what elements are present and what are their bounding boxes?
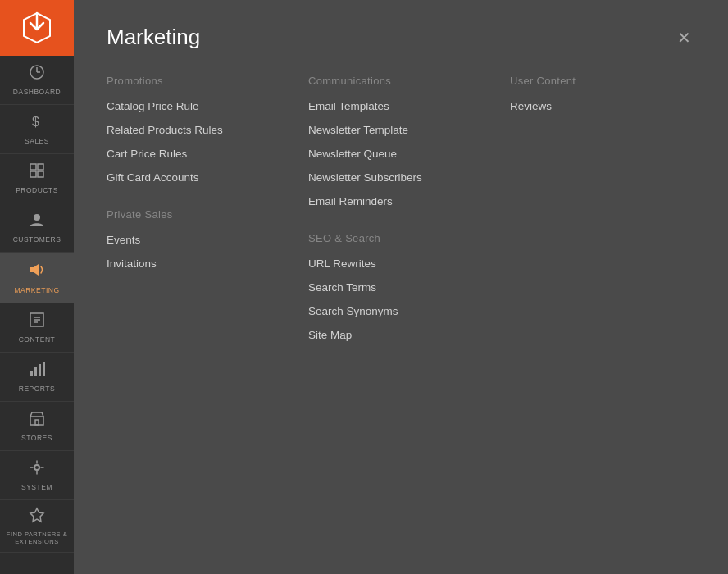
- svg-point-8: [34, 214, 40, 221]
- content-icon: [29, 312, 45, 332]
- search-synonyms-link[interactable]: Search Synonyms: [308, 305, 494, 317]
- newsletter-template-link[interactable]: Newsletter Template: [308, 124, 494, 136]
- sidebar-item-label: MARKETING: [14, 286, 59, 294]
- section-promotions: Promotions Catalog Price Rule Related Pr…: [107, 75, 292, 184]
- sidebar-item-marketing[interactable]: MARKETING: [0, 253, 74, 303]
- sidebar-item-label: CUSTOMERS: [13, 235, 61, 244]
- email-reminders-link[interactable]: Email Reminders: [308, 195, 494, 207]
- svg-rect-15: [39, 364, 41, 376]
- page-title: Marketing: [107, 25, 200, 50]
- svg-rect-5: [38, 164, 43, 170]
- marketing-panel: Marketing ✕ Promotions Catalog Price Rul…: [74, 0, 728, 574]
- customers-icon: [29, 212, 45, 232]
- sidebar-item-customers[interactable]: CUSTOMERS: [0, 203, 74, 253]
- sidebar-item-dashboard[interactable]: DASHBOARD: [0, 56, 74, 105]
- svg-rect-13: [30, 371, 33, 376]
- sidebar-item-label: SALES: [25, 137, 49, 145]
- sidebar-item-label: SYSTEM: [21, 483, 52, 491]
- products-icon: [29, 162, 45, 183]
- sidebar-item-label: PRODUCTS: [16, 186, 58, 194]
- sidebar-item-label: STORES: [21, 434, 52, 442]
- svg-rect-7: [38, 171, 43, 177]
- sidebar-item-system[interactable]: SYSTEM: [0, 451, 74, 500]
- email-templates-link[interactable]: Email Templates: [308, 100, 494, 112]
- invitations-link[interactable]: Invitations: [107, 257, 292, 270]
- sidebar-item-label: REPORTS: [19, 385, 55, 393]
- svg-marker-19: [30, 508, 43, 522]
- cart-price-rules-link[interactable]: Cart Price Rules: [107, 148, 292, 160]
- svg-rect-6: [30, 171, 36, 177]
- sidebar-item-reports[interactable]: REPORTS: [0, 353, 74, 402]
- sidebar-item-find-partners[interactable]: FIND PARTNERS & EXTENSIONS: [0, 500, 74, 553]
- svg-rect-18: [35, 420, 39, 425]
- svg-rect-14: [34, 367, 37, 376]
- dashboard-icon: [29, 64, 45, 84]
- section-user-content: User Content Reviews: [510, 75, 695, 112]
- sidebar-item-label: CONTENT: [19, 335, 56, 344]
- sidebar-item-products[interactable]: PRODUCTS: [0, 154, 74, 203]
- section-communications: Communications Email Templates Newslette…: [308, 75, 494, 207]
- related-products-rules-link[interactable]: Related Products Rules: [107, 124, 292, 136]
- marketing-icon: [28, 261, 46, 283]
- communications-heading: Communications: [308, 75, 494, 87]
- sidebar-item-sales[interactable]: $ SALES: [0, 105, 74, 154]
- sales-icon: $: [29, 113, 45, 134]
- site-map-link[interactable]: Site Map: [308, 329, 494, 341]
- sidebar-item-content[interactable]: CONTENT: [0, 303, 74, 353]
- seo-search-heading: SEO & Search: [308, 232, 494, 244]
- events-link[interactable]: Events: [107, 234, 292, 246]
- url-rewrites-link[interactable]: URL Rewrites: [308, 257, 494, 270]
- sidebar-item-label: FIND PARTNERS & EXTENSIONS: [4, 531, 70, 545]
- sidebar-item-label: DASHBOARD: [13, 88, 61, 96]
- svg-text:$: $: [32, 115, 39, 129]
- newsletter-queue-link[interactable]: Newsletter Queue: [308, 148, 494, 160]
- promotions-heading: Promotions: [107, 75, 292, 87]
- system-icon: [29, 459, 45, 480]
- find-partners-icon: [29, 507, 45, 527]
- svg-rect-16: [43, 362, 45, 376]
- catalog-price-rule-link[interactable]: Catalog Price Rule: [107, 100, 292, 112]
- search-terms-link[interactable]: Search Terms: [308, 281, 494, 294]
- gift-card-accounts-link[interactable]: Gift Card Accounts: [107, 171, 292, 184]
- reviews-link[interactable]: Reviews: [510, 100, 695, 112]
- private-sales-heading: Private Sales: [107, 208, 292, 221]
- close-button[interactable]: ✕: [672, 26, 695, 49]
- svg-rect-17: [30, 417, 43, 425]
- col-1: Promotions Catalog Price Rule Related Pr…: [107, 75, 292, 366]
- sidebar-item-stores[interactable]: STORES: [0, 402, 74, 451]
- section-private-sales: Private Sales Events Invitations: [107, 208, 292, 270]
- user-content-heading: User Content: [510, 75, 695, 87]
- reports-icon: [29, 361, 45, 381]
- stores-icon: [29, 410, 45, 430]
- panel-header: Marketing ✕: [107, 25, 695, 50]
- menu-grid: Promotions Catalog Price Rule Related Pr…: [107, 75, 695, 366]
- svg-rect-4: [30, 164, 36, 170]
- sidebar: DASHBOARD $ SALES PRODUCTS CUSTOMERS MAR…: [0, 0, 74, 574]
- col-3: User Content Reviews: [510, 75, 695, 366]
- sidebar-logo[interactable]: [0, 0, 74, 56]
- col-2: Communications Email Templates Newslette…: [308, 75, 494, 366]
- section-seo-search: SEO & Search URL Rewrites Search Terms S…: [308, 232, 494, 341]
- newsletter-subscribers-link[interactable]: Newsletter Subscribers: [308, 171, 494, 184]
